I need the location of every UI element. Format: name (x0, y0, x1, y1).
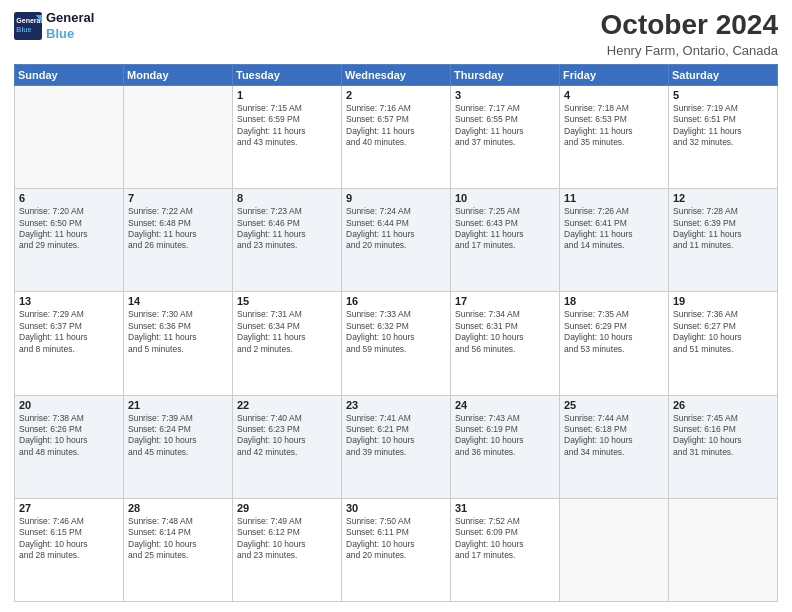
day-number: 21 (128, 399, 228, 411)
table-row: 8Sunrise: 7:23 AM Sunset: 6:46 PM Daylig… (233, 189, 342, 292)
table-row: 5Sunrise: 7:19 AM Sunset: 6:51 PM Daylig… (669, 85, 778, 188)
table-row: 9Sunrise: 7:24 AM Sunset: 6:44 PM Daylig… (342, 189, 451, 292)
day-number: 31 (455, 502, 555, 514)
day-info: Sunrise: 7:48 AM Sunset: 6:14 PM Dayligh… (128, 516, 228, 562)
day-number: 14 (128, 295, 228, 307)
calendar-row-1: 6Sunrise: 7:20 AM Sunset: 6:50 PM Daylig… (15, 189, 778, 292)
header-saturday: Saturday (669, 64, 778, 85)
table-row: 25Sunrise: 7:44 AM Sunset: 6:18 PM Dayli… (560, 395, 669, 498)
day-number: 25 (564, 399, 664, 411)
location-title: Henry Farm, Ontario, Canada (601, 43, 778, 58)
day-info: Sunrise: 7:15 AM Sunset: 6:59 PM Dayligh… (237, 103, 337, 149)
table-row: 1Sunrise: 7:15 AM Sunset: 6:59 PM Daylig… (233, 85, 342, 188)
day-number: 23 (346, 399, 446, 411)
table-row: 28Sunrise: 7:48 AM Sunset: 6:14 PM Dayli… (124, 498, 233, 601)
day-number: 11 (564, 192, 664, 204)
day-number: 2 (346, 89, 446, 101)
day-number: 6 (19, 192, 119, 204)
day-info: Sunrise: 7:49 AM Sunset: 6:12 PM Dayligh… (237, 516, 337, 562)
month-title: October 2024 (601, 10, 778, 41)
table-row: 22Sunrise: 7:40 AM Sunset: 6:23 PM Dayli… (233, 395, 342, 498)
table-row: 12Sunrise: 7:28 AM Sunset: 6:39 PM Dayli… (669, 189, 778, 292)
day-info: Sunrise: 7:22 AM Sunset: 6:48 PM Dayligh… (128, 206, 228, 252)
day-info: Sunrise: 7:35 AM Sunset: 6:29 PM Dayligh… (564, 309, 664, 355)
day-number: 7 (128, 192, 228, 204)
table-row: 7Sunrise: 7:22 AM Sunset: 6:48 PM Daylig… (124, 189, 233, 292)
table-row: 23Sunrise: 7:41 AM Sunset: 6:21 PM Dayli… (342, 395, 451, 498)
day-info: Sunrise: 7:46 AM Sunset: 6:15 PM Dayligh… (19, 516, 119, 562)
day-number: 8 (237, 192, 337, 204)
table-row (15, 85, 124, 188)
day-number: 19 (673, 295, 773, 307)
day-info: Sunrise: 7:29 AM Sunset: 6:37 PM Dayligh… (19, 309, 119, 355)
header-thursday: Thursday (451, 64, 560, 85)
calendar-row-3: 20Sunrise: 7:38 AM Sunset: 6:26 PM Dayli… (15, 395, 778, 498)
calendar-row-2: 13Sunrise: 7:29 AM Sunset: 6:37 PM Dayli… (15, 292, 778, 395)
day-info: Sunrise: 7:34 AM Sunset: 6:31 PM Dayligh… (455, 309, 555, 355)
day-info: Sunrise: 7:52 AM Sunset: 6:09 PM Dayligh… (455, 516, 555, 562)
calendar-row-0: 1Sunrise: 7:15 AM Sunset: 6:59 PM Daylig… (15, 85, 778, 188)
day-info: Sunrise: 7:38 AM Sunset: 6:26 PM Dayligh… (19, 413, 119, 459)
header-tuesday: Tuesday (233, 64, 342, 85)
table-row: 26Sunrise: 7:45 AM Sunset: 6:16 PM Dayli… (669, 395, 778, 498)
day-number: 29 (237, 502, 337, 514)
table-row: 14Sunrise: 7:30 AM Sunset: 6:36 PM Dayli… (124, 292, 233, 395)
day-number: 26 (673, 399, 773, 411)
day-number: 15 (237, 295, 337, 307)
day-info: Sunrise: 7:25 AM Sunset: 6:43 PM Dayligh… (455, 206, 555, 252)
calendar-table: Sunday Monday Tuesday Wednesday Thursday… (14, 64, 778, 602)
day-number: 5 (673, 89, 773, 101)
day-number: 10 (455, 192, 555, 204)
table-row (124, 85, 233, 188)
logo-text: General Blue (46, 10, 94, 41)
day-number: 3 (455, 89, 555, 101)
table-row: 17Sunrise: 7:34 AM Sunset: 6:31 PM Dayli… (451, 292, 560, 395)
day-info: Sunrise: 7:45 AM Sunset: 6:16 PM Dayligh… (673, 413, 773, 459)
table-row: 24Sunrise: 7:43 AM Sunset: 6:19 PM Dayli… (451, 395, 560, 498)
page: General Blue General Blue October 2024 H… (0, 0, 792, 612)
day-info: Sunrise: 7:24 AM Sunset: 6:44 PM Dayligh… (346, 206, 446, 252)
day-info: Sunrise: 7:33 AM Sunset: 6:32 PM Dayligh… (346, 309, 446, 355)
table-row: 10Sunrise: 7:25 AM Sunset: 6:43 PM Dayli… (451, 189, 560, 292)
day-number: 27 (19, 502, 119, 514)
day-info: Sunrise: 7:41 AM Sunset: 6:21 PM Dayligh… (346, 413, 446, 459)
table-row: 3Sunrise: 7:17 AM Sunset: 6:55 PM Daylig… (451, 85, 560, 188)
svg-text:Blue: Blue (16, 26, 31, 33)
table-row: 15Sunrise: 7:31 AM Sunset: 6:34 PM Dayli… (233, 292, 342, 395)
day-info: Sunrise: 7:19 AM Sunset: 6:51 PM Dayligh… (673, 103, 773, 149)
calendar-row-4: 27Sunrise: 7:46 AM Sunset: 6:15 PM Dayli… (15, 498, 778, 601)
table-row: 20Sunrise: 7:38 AM Sunset: 6:26 PM Dayli… (15, 395, 124, 498)
day-info: Sunrise: 7:43 AM Sunset: 6:19 PM Dayligh… (455, 413, 555, 459)
weekday-header-row: Sunday Monday Tuesday Wednesday Thursday… (15, 64, 778, 85)
day-info: Sunrise: 7:50 AM Sunset: 6:11 PM Dayligh… (346, 516, 446, 562)
day-number: 22 (237, 399, 337, 411)
day-info: Sunrise: 7:20 AM Sunset: 6:50 PM Dayligh… (19, 206, 119, 252)
day-number: 1 (237, 89, 337, 101)
logo: General Blue General Blue (14, 10, 94, 41)
table-row (669, 498, 778, 601)
table-row: 18Sunrise: 7:35 AM Sunset: 6:29 PM Dayli… (560, 292, 669, 395)
table-row: 16Sunrise: 7:33 AM Sunset: 6:32 PM Dayli… (342, 292, 451, 395)
logo-icon: General Blue (14, 12, 42, 40)
table-row: 2Sunrise: 7:16 AM Sunset: 6:57 PM Daylig… (342, 85, 451, 188)
day-info: Sunrise: 7:23 AM Sunset: 6:46 PM Dayligh… (237, 206, 337, 252)
day-number: 13 (19, 295, 119, 307)
table-row: 6Sunrise: 7:20 AM Sunset: 6:50 PM Daylig… (15, 189, 124, 292)
day-number: 17 (455, 295, 555, 307)
day-number: 24 (455, 399, 555, 411)
table-row: 11Sunrise: 7:26 AM Sunset: 6:41 PM Dayli… (560, 189, 669, 292)
header-friday: Friday (560, 64, 669, 85)
title-block: October 2024 Henry Farm, Ontario, Canada (601, 10, 778, 58)
day-info: Sunrise: 7:39 AM Sunset: 6:24 PM Dayligh… (128, 413, 228, 459)
table-row: 21Sunrise: 7:39 AM Sunset: 6:24 PM Dayli… (124, 395, 233, 498)
day-number: 20 (19, 399, 119, 411)
day-info: Sunrise: 7:44 AM Sunset: 6:18 PM Dayligh… (564, 413, 664, 459)
table-row (560, 498, 669, 601)
header-wednesday: Wednesday (342, 64, 451, 85)
day-info: Sunrise: 7:17 AM Sunset: 6:55 PM Dayligh… (455, 103, 555, 149)
table-row: 30Sunrise: 7:50 AM Sunset: 6:11 PM Dayli… (342, 498, 451, 601)
day-info: Sunrise: 7:16 AM Sunset: 6:57 PM Dayligh… (346, 103, 446, 149)
day-info: Sunrise: 7:18 AM Sunset: 6:53 PM Dayligh… (564, 103, 664, 149)
day-info: Sunrise: 7:31 AM Sunset: 6:34 PM Dayligh… (237, 309, 337, 355)
day-info: Sunrise: 7:36 AM Sunset: 6:27 PM Dayligh… (673, 309, 773, 355)
